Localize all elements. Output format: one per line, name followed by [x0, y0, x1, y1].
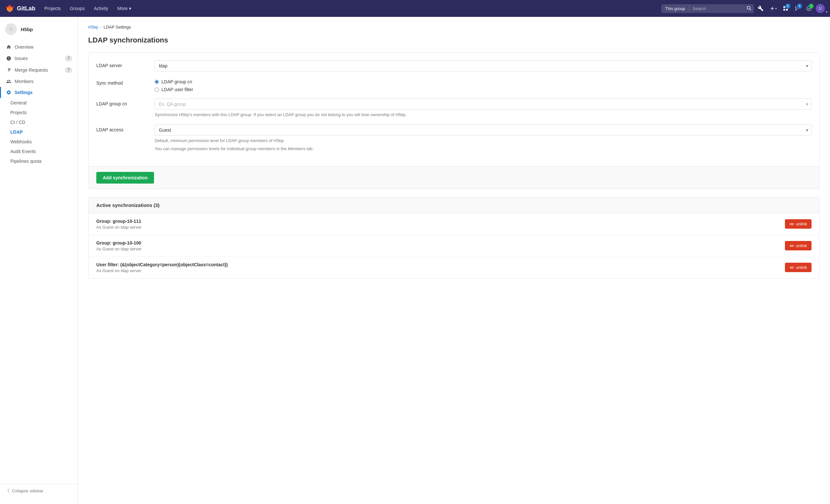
unlink-button-2[interactable]: unlink [785, 263, 811, 272]
group-avatar: ? [5, 23, 17, 35]
nav-activity[interactable]: Activity [90, 4, 112, 13]
merge-requests-nav-button[interactable]: 6 [792, 4, 802, 13]
unlink-icon-0 [790, 222, 794, 226]
sidebar-sub-projects[interactable]: Projects [0, 108, 77, 117]
radio-group-cn-input[interactable] [155, 80, 159, 84]
sidebar-group-header: ? H5bp [0, 23, 77, 41]
breadcrumb-separator: › [100, 25, 101, 30]
ldap-group-cn-label: LDAP group cn [96, 99, 155, 106]
radio-user-filter[interactable]: LDAP user filter [155, 87, 811, 92]
search-icon[interactable] [747, 6, 751, 11]
sidebar: ? H5bp Overview Issues 7 Merge Requests … [0, 17, 78, 504]
ldap-server-label: LDAP server [96, 60, 155, 68]
radio-group-cn[interactable]: LDAP group cn [155, 79, 811, 84]
plus-icon-button[interactable]: ▾ [767, 4, 779, 13]
logo[interactable]: GitLab [5, 4, 35, 13]
search-container: This group [662, 4, 754, 13]
issues-sidebar-badge: 7 [65, 56, 72, 61]
ldap-sync-form: LDAP server ldap ▾ Sync method [88, 52, 820, 189]
ldap-server-control: ldap ▾ [155, 60, 811, 71]
sidebar-item-overview[interactable]: Overview [0, 41, 77, 53]
todos-button[interactable]: 1 [804, 4, 814, 13]
radio-user-filter-input[interactable] [155, 88, 159, 92]
main-content: H5bp › LDAP Settings LDAP synchronizatio… [78, 17, 830, 504]
todos-badge: 1 [808, 4, 814, 9]
page-title: LDAP synchronizations [88, 36, 820, 44]
sidebar-item-members-label: Members [14, 79, 33, 84]
gitlab-logo-icon [5, 4, 14, 13]
sidebar-sub-general[interactable]: General [0, 98, 77, 108]
sync-item-1: Group: group-10-100 As Guest on ldap ser… [89, 235, 819, 257]
active-syncs-header: Active synchronizations (3) [89, 197, 819, 213]
ldap-group-cn-row: LDAP group cn ▾ Synchronize H5bp's membe… [96, 99, 811, 118]
ldap-access-label: LDAP access [96, 125, 155, 132]
radio-group-cn-label: LDAP group cn [161, 79, 192, 84]
sync-item-0: Group: group-10-111 As Guest on ldap ser… [89, 213, 819, 235]
svg-rect-4 [783, 9, 785, 11]
ldap-access-select[interactable]: Guest Reporter Developer Maintainer Owne… [155, 125, 811, 135]
nav-projects[interactable]: Projects [40, 4, 65, 13]
sync-name-1: Group: group-10-100 [96, 240, 785, 246]
unlink-button-0[interactable]: unlink [785, 219, 811, 229]
unlink-button-1[interactable]: unlink [785, 241, 811, 250]
sidebar-item-settings[interactable]: Settings [0, 87, 77, 98]
unlink-icon-1 [790, 244, 794, 248]
collapse-sidebar-button[interactable]: 《 Collapse sidebar [0, 483, 77, 498]
svg-rect-2 [783, 6, 785, 8]
merge-icon [6, 67, 11, 73]
ldap-group-cn-control: ▾ Synchronize H5bp's members with this L… [155, 99, 811, 118]
search-input-wrap [689, 4, 754, 13]
svg-point-8 [795, 9, 796, 10]
issues-icon [6, 56, 11, 61]
sidebar-item-settings-label: Settings [14, 90, 32, 95]
sidebar-item-issues[interactable]: Issues 7 [0, 53, 77, 64]
issues-badge: 6 [785, 4, 791, 9]
search-input[interactable] [689, 4, 754, 13]
sidebar-sub-cicd[interactable]: CI / CD [0, 117, 77, 127]
ldap-server-select[interactable]: ldap [155, 60, 811, 71]
question-icon: ? [8, 26, 14, 32]
chevron-down-icon-avatar: ▾ [826, 10, 827, 13]
topnav-right: This group ▾ [662, 4, 825, 13]
home-icon [6, 44, 11, 50]
issues-nav-button[interactable]: 6 [781, 4, 791, 13]
gear-icon [6, 90, 11, 95]
breadcrumb-parent-link[interactable]: H5bp [88, 25, 98, 30]
sidebar-sub-pipelines-quota[interactable]: Pipelines quota [0, 156, 77, 166]
members-icon [6, 79, 11, 84]
content-inner: H5bp › LDAP Settings LDAP synchronizatio… [78, 17, 830, 504]
svg-line-1 [750, 9, 751, 10]
sync-info-0: Group: group-10-111 As Guest on ldap ser… [96, 219, 785, 230]
ldap-group-cn-input-wrap: ▾ [155, 99, 811, 109]
sync-detail-1: As Guest on ldap server [96, 247, 785, 251]
radio-user-filter-label: LDAP user filter [161, 87, 193, 92]
wrench-icon [758, 5, 764, 11]
wrench-icon-button[interactable] [756, 4, 765, 13]
ldap-group-cn-help: Synchronize H5bp's members with this LDA… [155, 112, 811, 118]
add-synchronization-button[interactable]: Add synchronization [96, 172, 154, 184]
search-scope-button[interactable]: This group [662, 4, 689, 13]
nav-more[interactable]: More ▾ [114, 4, 135, 13]
ldap-access-help-2: You can manage permission levels for ind… [155, 146, 811, 152]
ldap-group-cn-input[interactable] [155, 99, 811, 109]
sidebar-sub-audit-events[interactable]: Audit Events [0, 147, 77, 156]
sync-info-2: User filter: (&(objectCategory=person)(o… [96, 262, 785, 273]
sidebar-item-members[interactable]: Members [0, 76, 77, 87]
svg-rect-5 [786, 9, 788, 11]
user-avatar-button[interactable]: U ▾ [816, 4, 825, 13]
chevron-down-icon: ▾ [129, 6, 131, 11]
nav-groups[interactable]: Groups [66, 4, 89, 13]
active-syncs-section: Active synchronizations (3) Group: group… [88, 197, 820, 279]
form-body: LDAP server ldap ▾ Sync method [89, 53, 819, 166]
collapse-sidebar-label: Collapse sidebar [12, 489, 43, 493]
sync-method-row: Sync method LDAP group cn LDAP user filt… [96, 78, 811, 92]
sidebar-group-name: H5bp [21, 27, 33, 32]
collapse-icon: 《 [5, 488, 9, 494]
sidebar-sub-webhooks[interactable]: Webhooks [0, 137, 77, 147]
sync-method-label: Sync method [96, 78, 155, 86]
sidebar-sub-ldap[interactable]: LDAP [0, 127, 77, 137]
ldap-access-help-1: Default, minimum permission level for LD… [155, 137, 811, 144]
svg-text:?: ? [10, 27, 12, 31]
unlink-icon-2 [790, 265, 794, 270]
sidebar-item-merge-requests[interactable]: Merge Requests 7 [0, 64, 77, 76]
